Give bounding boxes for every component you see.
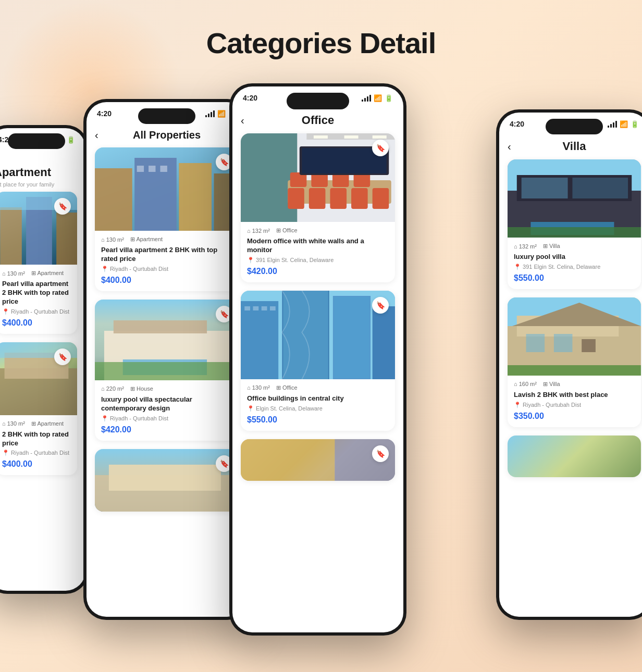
prop-type-3-2: ⊞ Office [276,384,298,391]
bookmark-btn-1-2[interactable]: 🔖 [54,349,71,365]
phone-left-inner: 4:20 📶 🔋 Apartment [0,128,85,591]
prop-title-2-2: luxury pool villa spectacular contempora… [101,395,232,413]
prop-image-4-3 [508,435,641,477]
nav-title-3: Office [302,114,334,127]
prop-type-1-2: ⊞ Apartment [31,420,64,427]
svg-rect-67 [554,334,573,352]
battery-icon-4: 🔋 [631,120,639,128]
svg-rect-52 [373,306,395,379]
villa-svg-4-2 [508,297,641,376]
phone-villa: 4:20 📶 🔋 ‹ Villa [496,109,642,620]
signal-bars-2 [205,110,215,117]
svg-rect-8 [95,168,132,231]
status-icons-3: 📶 🔋 [362,94,393,102]
phone-3-content: ‹ Office [232,109,403,632]
svg-rect-28 [373,135,387,139]
svg-rect-31 [309,188,326,209]
svg-rect-49 [283,291,328,379]
prop-price-1-1: $400.00 [2,318,71,328]
villa-svg-4-1 [508,159,641,238]
prop-type-1-1: ⊞ Apartment [31,270,64,277]
prop-price-1-2: $400.00 [2,459,71,469]
svg-rect-32 [330,188,347,209]
phones-wrapper: 4:20 📶 🔋 Apartment [0,83,642,672]
svg-rect-68 [582,339,596,352]
svg-rect-59 [572,178,628,198]
back-button-3[interactable]: ‹ [241,115,244,127]
prop-card-2-1: 🔖 ⌂ 130 m² ⊞ Apartment Pearl villa apart… [95,147,239,291]
phone-3-inner: 4:20 📶 🔋 ‹ Office [232,86,403,632]
office-svg-3-3 [241,439,395,481]
wifi-icon-3: 📶 [374,94,382,102]
prop-card-4-3 [508,435,641,477]
card-img-wrap-3-2: 🔖 [241,291,395,379]
phone-2-inner: 4:20 📶 🔋 ‹ All Properties [87,102,247,617]
wifi-icon-2: 📶 [217,110,226,118]
prop-image-4-1 [508,159,641,238]
card-img-wrap-3-1: 🔖 [241,133,395,222]
bookmark-btn-1-1[interactable]: 🔖 [54,198,71,215]
prop-location-4-1: 📍 391 Elgin St. Celina, Delaware [514,264,635,270]
prop-meta-1-1: ⌂ 130 m² ⊞ Apartment [2,270,71,277]
svg-rect-17 [114,320,207,333]
nav-title-2: All Properties [133,129,201,141]
wifi-icon-4: 📶 [620,120,628,128]
prop-meta-2-2: ⌂ 220 m² ⊞ House [101,385,232,392]
svg-rect-69 [508,365,641,376]
svg-rect-27 [344,135,359,139]
prop-image-3-3 [241,439,395,481]
battery-icon-1: 🔋 [67,136,75,144]
back-button-4[interactable]: ‹ [508,141,511,153]
prop-card-2-3: 🔖 [95,449,239,512]
prop-title-4-2: Lavish 2 BHK with best place [514,391,635,400]
bookmark-btn-3-3[interactable]: 🔖 [372,445,389,462]
back-button-2[interactable]: ‹ [95,129,98,141]
bookmark-btn-3-2[interactable]: 🔖 [372,297,389,314]
svg-rect-24 [241,133,297,222]
prop-size-4-2: ⌂ 160 m² [514,381,537,387]
prop-size-2-1: ⌂ 130 m² [101,237,124,243]
svg-rect-46 [262,306,267,310]
svg-rect-53 [241,439,335,481]
svg-rect-61 [508,227,641,238]
prop-card-4-2: ⌂ 160 m² ⊞ Villa Lavish 2 BHK with best … [508,297,641,427]
time-3: 4:20 [243,94,257,102]
prop-info-4-1: ⌂ 132 m² ⊞ Villa luxury pool villa 📍 391… [508,238,641,289]
svg-rect-58 [522,178,568,198]
card-img-wrap-1-1: 🔖 [0,192,77,265]
card-img-wrap-4-2 [508,297,641,376]
bookmark-btn-3-1[interactable]: 🔖 [372,140,389,156]
prop-location-3-2: 📍 Elgin St. Celina, Delaware [247,405,389,412]
nav-header-2: ‹ All Properties [87,125,247,147]
prop-price-4-2: $350.00 [514,412,635,421]
svg-rect-19 [95,362,239,380]
svg-rect-13 [149,166,155,172]
phone-2-content: ‹ All Properties [87,125,247,617]
svg-rect-10 [179,163,212,231]
phone-4-inner: 4:20 📶 🔋 ‹ Villa [499,113,642,617]
prop-info-3-1: ⌂ 132 m² ⊞ Office Modern office with whi… [241,222,395,282]
svg-rect-0 [0,207,21,265]
prop-meta-4-2: ⌂ 160 m² ⊞ Villa [514,381,635,388]
svg-rect-42 [241,301,278,379]
prop-title-2-1: Pearl villa apartment 2 BHK with top rat… [101,246,232,264]
prop-title-3-2: Office buildings in central city [247,394,389,403]
card-img-wrap-1-2: 🔖 [0,342,77,415]
prop-type-2-1: ⊞ Apartment [130,236,163,243]
svg-rect-44 [244,306,250,310]
prop-location-2-2: 📍 Riyadh - Qurtubah Dist [101,415,232,422]
time-2: 4:20 [97,109,112,118]
svg-rect-33 [351,188,368,209]
prop-card-1-1: 🔖 ⌂ 130 m² ⊞ Apartment Pearl villa apart… [0,192,77,334]
prop-title-4-1: luxury pool villa [514,253,635,262]
dynamic-island-3 [287,93,349,109]
phone-left-content: Apartment est place for your family [0,151,85,591]
prop-size-4-1: ⌂ 132 m² [514,243,537,250]
prop-location-1-2: 📍 Riyadh - Qurtubah Dist [2,450,71,456]
prop-info-2-2: ⌂ 220 m² ⊞ House luxury pool villa spect… [95,380,239,441]
svg-rect-45 [253,306,258,310]
page-title: Categories Detail [0,0,642,60]
phone-all-properties: 4:20 📶 🔋 ‹ All Properties [83,99,250,620]
svg-rect-30 [288,188,304,209]
prop-price-2-1: $400.00 [101,276,232,285]
